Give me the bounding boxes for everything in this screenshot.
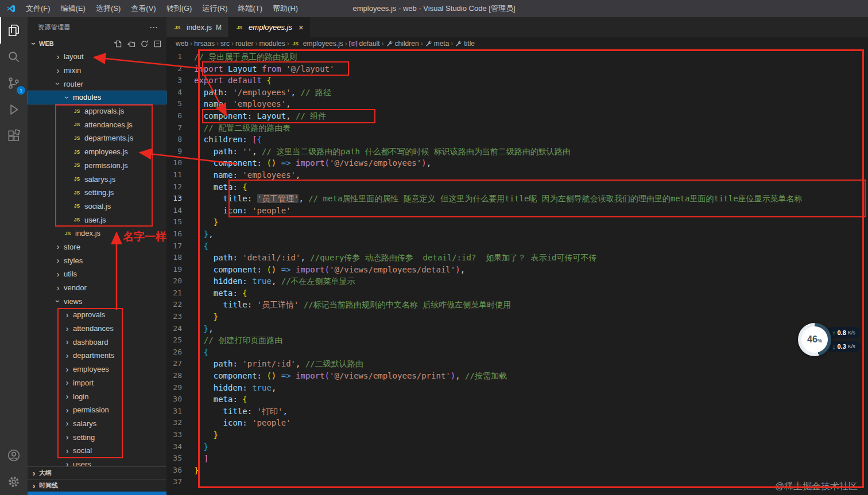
- tree-item-salarys[interactable]: ›salarys: [28, 417, 166, 431]
- speed-widget[interactable]: 46% ↑ 0.8K/s ↓ 0.3K/s: [798, 323, 861, 356]
- tree-item-approvals[interactable]: ›approvals: [28, 308, 166, 322]
- activity-item-settings[interactable]: [0, 469, 28, 495]
- breadcrumb-employees-js[interactable]: JSemployees.js: [291, 40, 343, 48]
- close-icon[interactable]: ×: [299, 23, 304, 32]
- breadcrumb-modules[interactable]: modules: [259, 40, 285, 48]
- explorer-title: 资源管理器: [38, 23, 71, 32]
- tree-item-vendor[interactable]: ›vendor: [28, 281, 166, 295]
- code-text: path: 'print/:id', //二级默认路由: [194, 358, 363, 370]
- breadcrumb-hrsaas[interactable]: hrsaas: [194, 40, 215, 48]
- js-file-icon: JS: [72, 148, 82, 156]
- breadcrumb-children[interactable]: children: [386, 40, 419, 48]
- tab-label: index.js: [187, 23, 212, 32]
- breadcrumb-title[interactable]: title: [455, 40, 475, 48]
- tree-item-utils[interactable]: ›utils: [28, 267, 166, 281]
- tree-item-social-js[interactable]: JSsocial.js: [28, 200, 166, 213]
- tree-item-views[interactable]: ›views: [28, 294, 166, 308]
- tree-item-router[interactable]: ›router: [28, 77, 166, 91]
- code-text: }: [194, 216, 218, 228]
- tree-item-import[interactable]: ›import: [28, 376, 166, 390]
- code-line: 31 title: '打印',: [166, 406, 868, 418]
- tree-item-mixin[interactable]: ›mixin: [28, 64, 166, 77]
- menu-selection[interactable]: 选择(S): [91, 0, 126, 17]
- tree-item-approvals-js[interactable]: JSapprovals.js: [28, 104, 166, 118]
- chevron-right-icon: ›: [54, 270, 62, 278]
- tree-item-users[interactable]: ›users: [28, 458, 166, 466]
- section-web[interactable]: › WEB: [28, 37, 166, 50]
- tree-item-permission[interactable]: ›permission: [28, 403, 166, 417]
- code-line: 25 // 创建打印页面路由: [166, 334, 868, 346]
- menu-edit[interactable]: 编辑(E): [56, 0, 91, 17]
- menu-file[interactable]: 文件(F): [21, 0, 56, 17]
- menu-view[interactable]: 查看(V): [126, 0, 161, 17]
- tree-item-styles[interactable]: ›styles: [28, 254, 166, 267]
- chevron-right-icon: ›: [63, 325, 71, 333]
- menu-terminal[interactable]: 终端(T): [232, 0, 268, 17]
- code-editor[interactable]: 1// 导出属于员工的路由规则2import Layout from '@/la…: [166, 50, 868, 495]
- code-line: 2import Layout from '@/layout': [166, 63, 868, 75]
- run-debug-icon: [6, 102, 21, 117]
- breadcrumb-web[interactable]: web: [176, 40, 188, 48]
- new-file-icon[interactable]: [114, 40, 122, 48]
- editor-group: JSindex.jsMJSemployees.js× web›hrsaas›sr…: [166, 17, 868, 495]
- tree-item-salarys-js[interactable]: JSsalarys.js: [28, 172, 166, 186]
- activity-item-source-control[interactable]: 1: [0, 70, 28, 96]
- tree-item-login[interactable]: ›login: [28, 389, 166, 403]
- tree-item-attendances[interactable]: ›attendances: [28, 322, 166, 336]
- code-text: },: [194, 228, 214, 240]
- breadcrumb-router[interactable]: router: [235, 40, 253, 48]
- activity-item-extensions[interactable]: [0, 123, 28, 149]
- breadcrumb-label: src: [220, 40, 230, 48]
- download-speed: ↓ 0.3K/s: [827, 341, 861, 352]
- tree-item-employees-js[interactable]: JSemployees.js: [28, 145, 166, 159]
- tree-item-social[interactable]: ›social: [28, 444, 166, 458]
- tree-item-label: vendor: [64, 283, 87, 292]
- code-text: path: '', // 这里当二级路由的path 什么都不写的时候 标识该路由…: [194, 146, 571, 158]
- refresh-icon[interactable]: [140, 40, 149, 48]
- tab-employees-js[interactable]: JSemployees.js×: [228, 17, 311, 37]
- activity-item-run-debug[interactable]: [0, 96, 28, 123]
- tree-item-label: import: [73, 379, 94, 387]
- tree-item-attendances-js[interactable]: JSattendances.js: [28, 118, 166, 131]
- breadcrumb-label: meta: [434, 40, 450, 48]
- tree-item-setting-js[interactable]: JSsetting.js: [28, 186, 166, 200]
- activity-item-account[interactable]: [0, 442, 28, 469]
- breadcrumb-meta[interactable]: meta: [425, 40, 450, 48]
- menu-help[interactable]: 帮助(H): [268, 0, 303, 17]
- collapse-all-icon[interactable]: [153, 40, 162, 48]
- tree-item-label: salarys: [73, 419, 96, 428]
- pane-timeline[interactable]: ›时间线: [28, 479, 166, 492]
- breadcrumb-label: title: [464, 40, 475, 48]
- tab-index-js[interactable]: JSindex.jsM: [166, 17, 228, 37]
- code-text: {: [194, 346, 208, 358]
- tree-item-modules[interactable]: ›modules: [28, 91, 166, 104]
- tree-item-layout[interactable]: ›layout: [28, 50, 166, 64]
- js-file-icon: JS: [72, 161, 82, 169]
- tree-item-user-js[interactable]: JSuser.js: [28, 213, 166, 227]
- tree-item-departments[interactable]: ›departments: [28, 349, 166, 363]
- pane-outline[interactable]: ›大纲: [28, 466, 166, 479]
- tree-item-employees[interactable]: ›employees: [28, 363, 166, 376]
- code-text: export default {: [194, 75, 272, 87]
- tree-item-label: permission: [73, 406, 109, 414]
- more-actions-icon[interactable]: ⋯: [149, 22, 158, 33]
- new-folder-icon[interactable]: [127, 40, 135, 48]
- activity-item-explorer[interactable]: [0, 17, 28, 44]
- menu-run[interactable]: 运行(R): [197, 0, 232, 17]
- code-line: 22 title: '员工详情' //标记当前路由规则的中文名称 后续咋做左侧菜…: [166, 299, 868, 311]
- tree-item-departments-js[interactable]: JSdepartments.js: [28, 131, 166, 145]
- tree-item-index-js[interactable]: JSindex.js: [28, 227, 166, 240]
- code-line: 21 meta: {: [166, 287, 868, 299]
- chevron-right-icon: ›: [345, 40, 347, 48]
- breadcrumb-default[interactable]: [@]default: [349, 40, 380, 48]
- breadcrumb-src[interactable]: src: [220, 40, 230, 48]
- tree-item-label: utils: [64, 270, 77, 278]
- tree-item-permission-js[interactable]: JSpermission.js: [28, 159, 166, 173]
- tree-item-dashboard[interactable]: ›dashboard: [28, 335, 166, 349]
- upload-speed: ↑ 0.8K/s: [827, 327, 861, 338]
- activity-item-search[interactable]: [0, 44, 28, 70]
- menu-go[interactable]: 转到(G): [161, 0, 197, 17]
- code-text: name: 'employees',: [194, 169, 300, 181]
- tree-item-store[interactable]: ›store: [28, 240, 166, 254]
- tree-item-setting[interactable]: ›setting: [28, 430, 166, 444]
